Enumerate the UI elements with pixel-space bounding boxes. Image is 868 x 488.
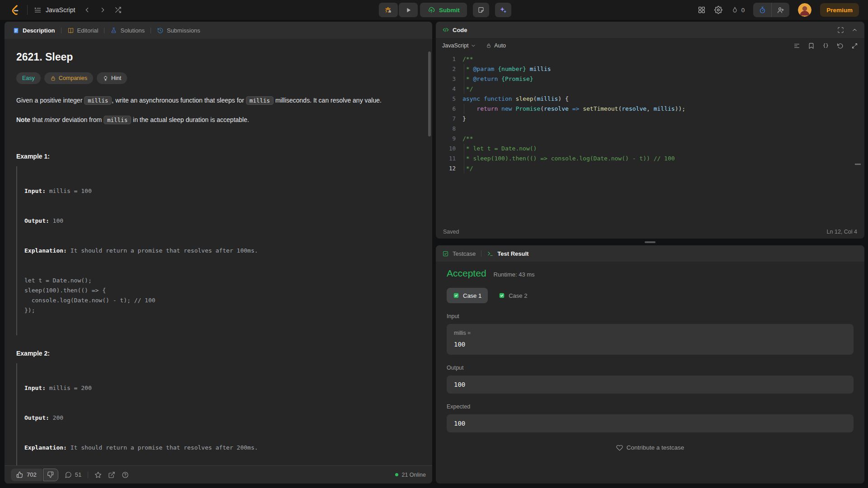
layout-button[interactable] [698,6,706,14]
tab-code[interactable]: Code [442,26,467,33]
favorite-button[interactable] [94,471,102,479]
chevron-up-icon [851,27,858,33]
settings-button[interactable] [714,6,722,14]
code-lines: 1/**2 * @param {number} millis3 * @retur… [436,54,864,174]
tab-submissions[interactable]: Submissions [156,27,201,34]
panel-resize-handle[interactable] [436,239,864,245]
example-2-block: Input: millis = 200 Output: 200 Explanat… [16,363,420,465]
problem-list-label: JavaScript [46,6,75,14]
streak-count: 0 [741,7,745,14]
problem-note: Note that minor deviation from millis in… [16,114,420,126]
description-tabbar: Description Editorial Solutions Submissi… [5,22,432,39]
lock-icon [486,43,491,48]
avatar-image [798,3,811,17]
expected-label: Expected [447,404,854,410]
hint-tag[interactable]: Hint [97,72,127,84]
thumbs-up-icon [16,471,23,478]
snippets-button[interactable] [822,42,829,49]
code-line[interactable]: 7} [436,114,864,124]
input-param-name: millis = [454,330,846,336]
flask-icon [110,27,117,34]
notes-button[interactable] [473,3,489,17]
dislike-button[interactable] [43,469,58,481]
stopwatch-icon [759,6,766,14]
example-2-heading: Example 2: [16,350,420,357]
expand-editor-button[interactable] [851,42,858,49]
code-line[interactable]: 11 * sleep(100).then(() => console.log(D… [436,154,864,164]
debug-button[interactable] [379,3,398,17]
example-1-block: Input: millis = 100 Output: 100 Explanat… [16,166,420,335]
note-icon [477,6,485,14]
tab-description-label: Description [23,27,55,34]
avatar[interactable] [798,3,811,17]
comments-button[interactable]: 51 [65,471,81,479]
prev-problem-button[interactable] [80,3,95,17]
case-tabs: Case 1 Case 2 [447,288,854,303]
invite-button[interactable] [771,3,789,17]
tab-test-result[interactable]: Test Result [487,250,528,257]
code-line[interactable]: 5async function sleep(millis) { [436,94,864,104]
streak-counter[interactable]: 0 [731,6,745,14]
help-circle-icon [122,471,129,479]
companies-tag[interactable]: Companies [44,72,93,84]
maximize-panel-button[interactable] [837,27,844,33]
tab-submissions-label: Submissions [167,27,200,34]
feedback-button[interactable] [122,471,129,479]
code-editor[interactable]: 1/**2 * @param {number} millis3 * @retur… [436,52,864,225]
problem-list-button[interactable]: JavaScript [34,6,75,14]
lightbulb-icon [103,75,108,81]
test-result-content: Accepted Runtime: 43 ms Case 1 Case 2 In… [436,262,864,483]
code-line[interactable]: 12 */ [436,164,864,174]
code-line[interactable]: 1/** [436,54,864,64]
code-line[interactable]: 8 [436,124,864,134]
code-line[interactable]: 4 */ [436,84,864,94]
divider [481,250,481,257]
format-code-button[interactable] [793,42,800,49]
star-icon [94,471,102,479]
code-line[interactable]: 10 * let t = Date.now() [436,144,864,154]
code-line[interactable]: 2 * @param {number} millis [436,64,864,74]
code-line[interactable]: 9/** [436,134,864,144]
like-button[interactable]: 702 [11,469,42,481]
output-label: Output [447,365,854,371]
inline-code: millis [104,116,131,124]
ai-assistant-button[interactable] [495,3,511,17]
collapse-panel-button[interactable] [851,27,858,33]
reset-code-button[interactable] [837,42,844,49]
auto-mode-indicator[interactable]: Auto [486,42,506,49]
description-scrollbar-thumb[interactable] [428,52,431,136]
inline-code: millis [246,96,274,105]
online-dot-icon [395,473,398,476]
run-button[interactable] [399,3,418,17]
problem-list-icon [34,6,42,14]
divider [61,28,61,33]
contribute-testcase-button[interactable]: Contribute a testcase [447,444,854,451]
debug-bug-lock-icon [384,6,392,14]
bookmark-button[interactable] [808,42,815,49]
divider [27,5,28,15]
next-problem-button[interactable] [95,3,110,17]
premium-button[interactable]: Premium [820,3,859,17]
check-square-icon [442,250,449,257]
online-indicator: 21 Online [395,472,426,478]
submit-button[interactable]: Submit [420,3,467,17]
case-1-button[interactable]: Case 1 [447,288,488,303]
tab-editorial[interactable]: Editorial [66,27,99,34]
timer-button[interactable] [753,3,771,17]
leetcode-logo[interactable] [9,4,21,16]
tab-solutions[interactable]: Solutions [109,27,145,34]
language-selector[interactable]: JavaScript [442,42,476,49]
case-2-button[interactable]: Case 2 [492,288,533,303]
random-problem-button[interactable] [110,3,126,17]
difficulty-badge[interactable]: Easy [16,72,41,84]
book-icon [67,27,74,34]
comment-count: 51 [75,471,81,478]
code-line[interactable]: 3 * @return {Promise} [436,74,864,84]
problem-content: 2621. Sleep Easy Companies Hint Given a … [5,39,432,465]
testcase-panel: Testcase Test Result Accepted Runtime: 4… [436,245,864,483]
workspace: Description Editorial Solutions Submissi… [0,20,868,488]
share-button[interactable] [108,471,115,479]
tab-testcase[interactable]: Testcase [442,250,476,257]
code-line[interactable]: 6 return new Promise(resolve => setTimeo… [436,104,864,114]
tab-description[interactable]: Description [12,27,56,34]
